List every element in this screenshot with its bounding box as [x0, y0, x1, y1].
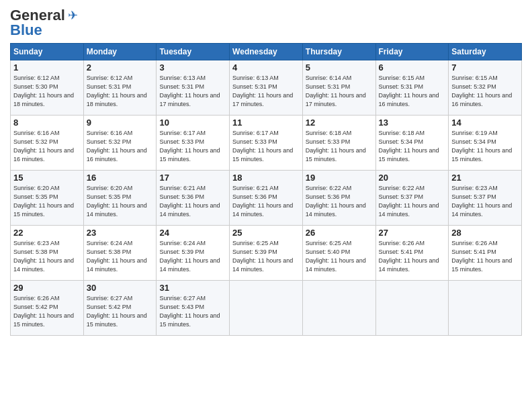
day-number: 13: [379, 118, 446, 128]
day-info: Sunrise: 6:18 AMSunset: 5:34 PMDaylight:…: [379, 130, 439, 163]
calendar-header-saturday: Saturday: [449, 44, 522, 60]
calendar-header-wednesday: Wednesday: [230, 44, 303, 60]
day-info: Sunrise: 6:24 AMSunset: 5:39 PMDaylight:…: [159, 240, 220, 273]
calendar-header-sunday: Sunday: [11, 44, 84, 60]
day-info: Sunrise: 6:26 AMSunset: 5:41 PMDaylight:…: [451, 240, 512, 273]
day-number: 10: [159, 118, 226, 128]
calendar-header-friday: Friday: [375, 44, 449, 60]
calendar-cell: [449, 281, 522, 336]
day-info: Sunrise: 6:16 AMSunset: 5:32 PMDaylight:…: [87, 130, 147, 163]
header: General ✈ Blue: [10, 7, 522, 39]
day-number: 27: [379, 228, 446, 238]
calendar-cell: 1 Sunrise: 6:12 AMSunset: 5:30 PMDayligh…: [11, 60, 84, 116]
day-number: 14: [451, 118, 519, 128]
day-info: Sunrise: 6:15 AMSunset: 5:31 PMDaylight:…: [379, 75, 439, 107]
logo-blue: Blue: [10, 21, 42, 39]
day-number: 15: [13, 173, 81, 183]
calendar-week-5: 29 Sunrise: 6:26 AMSunset: 5:42 PMDaylig…: [11, 281, 522, 336]
calendar-cell: 2 Sunrise: 6:12 AMSunset: 5:31 PMDayligh…: [83, 60, 157, 116]
day-info: Sunrise: 6:27 AMSunset: 5:42 PMDaylight:…: [87, 295, 147, 328]
calendar-cell: 23 Sunrise: 6:24 AMSunset: 5:38 PMDaylig…: [83, 226, 157, 281]
day-number: 4: [232, 62, 300, 73]
calendar-cell: 21 Sunrise: 6:23 AMSunset: 5:37 PMDaylig…: [449, 171, 522, 226]
calendar-cell: 12 Sunrise: 6:18 AMSunset: 5:33 PMDaylig…: [302, 116, 375, 171]
calendar-cell: 4 Sunrise: 6:13 AMSunset: 5:31 PMDayligh…: [230, 60, 303, 116]
day-number: 19: [306, 173, 373, 183]
calendar-week-4: 22 Sunrise: 6:23 AMSunset: 5:38 PMDaylig…: [11, 226, 522, 281]
day-info: Sunrise: 6:19 AMSunset: 5:34 PMDaylight:…: [451, 130, 512, 163]
day-info: Sunrise: 6:22 AMSunset: 5:37 PMDaylight:…: [379, 185, 439, 218]
day-info: Sunrise: 6:17 AMSunset: 5:33 PMDaylight:…: [232, 130, 293, 163]
calendar-cell: 10 Sunrise: 6:17 AMSunset: 5:33 PMDaylig…: [157, 116, 230, 171]
day-number: 23: [87, 228, 154, 238]
calendar-table: SundayMondayTuesdayWednesdayThursdayFrid…: [10, 43, 522, 336]
day-info: Sunrise: 6:26 AMSunset: 5:41 PMDaylight:…: [379, 240, 439, 273]
day-number: 30: [87, 283, 154, 293]
day-number: 7: [451, 62, 519, 73]
day-info: Sunrise: 6:26 AMSunset: 5:42 PMDaylight:…: [13, 295, 74, 328]
calendar-cell: 13 Sunrise: 6:18 AMSunset: 5:34 PMDaylig…: [375, 116, 449, 171]
day-number: 20: [379, 173, 446, 183]
calendar-cell: 19 Sunrise: 6:22 AMSunset: 5:36 PMDaylig…: [302, 171, 375, 226]
day-info: Sunrise: 6:17 AMSunset: 5:33 PMDaylight:…: [159, 130, 220, 163]
day-number: 1: [13, 62, 81, 73]
calendar-cell: [375, 281, 449, 336]
day-number: 6: [379, 62, 446, 73]
calendar-cell: 14 Sunrise: 6:19 AMSunset: 5:34 PMDaylig…: [449, 116, 522, 171]
calendar-cell: 3 Sunrise: 6:13 AMSunset: 5:31 PMDayligh…: [157, 60, 230, 116]
calendar-cell: 18 Sunrise: 6:21 AMSunset: 5:36 PMDaylig…: [230, 171, 303, 226]
page: General ✈ Blue SundayMondayTuesdayWednes…: [0, 0, 532, 411]
day-info: Sunrise: 6:15 AMSunset: 5:32 PMDaylight:…: [451, 75, 512, 107]
calendar-cell: 22 Sunrise: 6:23 AMSunset: 5:38 PMDaylig…: [11, 226, 84, 281]
day-info: Sunrise: 6:27 AMSunset: 5:43 PMDaylight:…: [159, 295, 220, 328]
day-info: Sunrise: 6:16 AMSunset: 5:32 PMDaylight:…: [13, 130, 74, 163]
day-number: 18: [232, 173, 300, 183]
calendar-week-3: 15 Sunrise: 6:20 AMSunset: 5:35 PMDaylig…: [11, 171, 522, 226]
calendar-cell: 9 Sunrise: 6:16 AMSunset: 5:32 PMDayligh…: [83, 116, 157, 171]
calendar-header-thursday: Thursday: [302, 44, 375, 60]
calendar-cell: 6 Sunrise: 6:15 AMSunset: 5:31 PMDayligh…: [375, 60, 449, 116]
day-info: Sunrise: 6:24 AMSunset: 5:38 PMDaylight:…: [87, 240, 147, 273]
calendar-cell: 24 Sunrise: 6:24 AMSunset: 5:39 PMDaylig…: [157, 226, 230, 281]
day-number: 12: [306, 118, 373, 128]
day-info: Sunrise: 6:18 AMSunset: 5:33 PMDaylight:…: [306, 130, 366, 163]
day-info: Sunrise: 6:13 AMSunset: 5:31 PMDaylight:…: [232, 75, 293, 107]
day-info: Sunrise: 6:20 AMSunset: 5:35 PMDaylight:…: [13, 185, 74, 218]
day-number: 21: [451, 173, 519, 183]
calendar-header-monday: Monday: [83, 44, 157, 60]
day-info: Sunrise: 6:20 AMSunset: 5:35 PMDaylight:…: [87, 185, 147, 218]
calendar-cell: 31 Sunrise: 6:27 AMSunset: 5:43 PMDaylig…: [157, 281, 230, 336]
calendar-cell: 7 Sunrise: 6:15 AMSunset: 5:32 PMDayligh…: [449, 60, 522, 116]
calendar-cell: 16 Sunrise: 6:20 AMSunset: 5:35 PMDaylig…: [83, 171, 157, 226]
day-info: Sunrise: 6:22 AMSunset: 5:36 PMDaylight:…: [306, 185, 366, 218]
calendar-week-2: 8 Sunrise: 6:16 AMSunset: 5:32 PMDayligh…: [11, 116, 522, 171]
calendar-cell: 30 Sunrise: 6:27 AMSunset: 5:42 PMDaylig…: [83, 281, 157, 336]
day-number: 8: [13, 118, 81, 128]
day-info: Sunrise: 6:12 AMSunset: 5:30 PMDaylight:…: [13, 75, 74, 107]
day-number: 11: [232, 118, 300, 128]
day-number: 16: [87, 173, 154, 183]
day-number: 24: [159, 228, 226, 238]
day-info: Sunrise: 6:21 AMSunset: 5:36 PMDaylight:…: [232, 185, 293, 218]
day-info: Sunrise: 6:23 AMSunset: 5:38 PMDaylight:…: [13, 240, 74, 273]
calendar-cell: 11 Sunrise: 6:17 AMSunset: 5:33 PMDaylig…: [230, 116, 303, 171]
day-number: 31: [159, 283, 226, 293]
day-number: 22: [13, 228, 81, 238]
calendar-cell: [302, 281, 375, 336]
day-number: 2: [87, 62, 154, 73]
day-number: 29: [13, 283, 81, 293]
logo: General ✈ Blue: [10, 7, 78, 39]
calendar-cell: 8 Sunrise: 6:16 AMSunset: 5:32 PMDayligh…: [11, 116, 84, 171]
calendar-cell: 29 Sunrise: 6:26 AMSunset: 5:42 PMDaylig…: [11, 281, 84, 336]
calendar-cell: 20 Sunrise: 6:22 AMSunset: 5:37 PMDaylig…: [375, 171, 449, 226]
calendar-cell: 17 Sunrise: 6:21 AMSunset: 5:36 PMDaylig…: [157, 171, 230, 226]
day-number: 26: [306, 228, 373, 238]
calendar-cell: 5 Sunrise: 6:14 AMSunset: 5:31 PMDayligh…: [302, 60, 375, 116]
day-number: 3: [159, 62, 226, 73]
day-info: Sunrise: 6:12 AMSunset: 5:31 PMDaylight:…: [87, 75, 147, 107]
calendar-header-tuesday: Tuesday: [157, 44, 230, 60]
logo-plane-icon: ✈: [68, 8, 78, 23]
day-info: Sunrise: 6:25 AMSunset: 5:39 PMDaylight:…: [232, 240, 293, 273]
day-number: 5: [306, 62, 373, 73]
calendar-header-row: SundayMondayTuesdayWednesdayThursdayFrid…: [11, 44, 522, 60]
